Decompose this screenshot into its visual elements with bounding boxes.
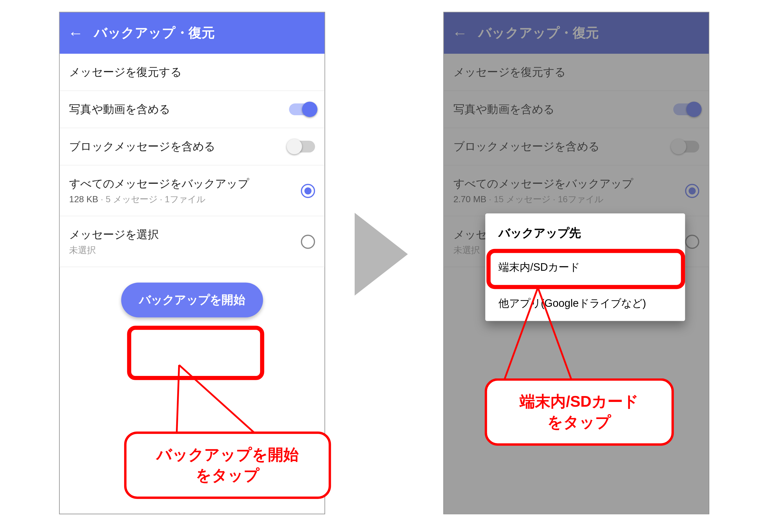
flow-arrow-icon bbox=[355, 213, 408, 296]
row-include-blocked[interactable]: ブロックメッセージを含める bbox=[60, 128, 324, 166]
dialog-title: バックアップ先 bbox=[485, 213, 685, 249]
dialog-option-other-app[interactable]: 他アプリ(Googleドライブなど) bbox=[485, 285, 685, 321]
row-label: メッセージを選択 bbox=[69, 227, 159, 243]
row-select-messages[interactable]: メッセージを選択 未選択 bbox=[60, 216, 324, 267]
dialog-option-device-sd[interactable]: 端末内/SDカード bbox=[485, 249, 685, 285]
row-backup-all[interactable]: すべてのメッセージをバックアップ 128 KB · 5 メッセージ · 1ファイ… bbox=[60, 166, 324, 216]
start-backup-button[interactable]: バックアップを開始 bbox=[121, 283, 263, 317]
annotation-callout-text: バックアップを開始 をタップ bbox=[156, 444, 299, 486]
start-button-area: バックアップを開始 bbox=[60, 267, 324, 341]
row-include-media[interactable]: 写真や動画を含める bbox=[60, 91, 324, 128]
row-sublabel: 未選択 bbox=[69, 245, 159, 256]
toggle-include-media[interactable] bbox=[289, 103, 315, 115]
toggle-include-blocked[interactable] bbox=[289, 141, 315, 152]
row-label: メッセージを復元する bbox=[69, 64, 182, 80]
row-label: すべてのメッセージをバックアップ bbox=[69, 176, 249, 192]
annotation-callout: 端末内/SDカード をタップ bbox=[485, 378, 674, 446]
annotation-callout-text: 端末内/SDカード をタップ bbox=[520, 391, 639, 433]
back-arrow-icon[interactable]: ← bbox=[68, 25, 83, 41]
row-label: ブロックメッセージを含める bbox=[69, 139, 215, 154]
backup-destination-dialog: バックアップ先 端末内/SDカード 他アプリ(Googleドライブなど) bbox=[485, 213, 685, 321]
annotation-callout: バックアップを開始 をタップ bbox=[124, 432, 331, 499]
radio-backup-all[interactable] bbox=[301, 183, 315, 198]
appbar: ← バックアップ・復元 bbox=[60, 12, 324, 54]
radio-select-messages[interactable] bbox=[301, 234, 315, 249]
row-label: 写真や動画を含める bbox=[69, 102, 170, 117]
row-sublabel: 128 KB · 5 メッセージ · 1ファイル bbox=[69, 194, 249, 205]
appbar-title: バックアップ・復元 bbox=[94, 24, 215, 42]
row-restore-messages[interactable]: メッセージを復元する bbox=[60, 54, 324, 91]
